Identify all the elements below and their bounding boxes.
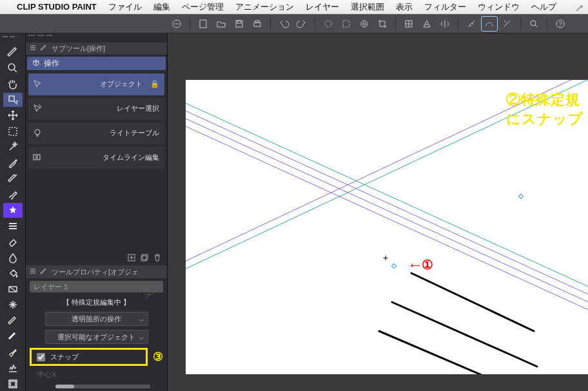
subtool-item-layer-select[interactable]: レイヤー選択 [28,98,164,120]
subtool-title: サブツール[操作] [52,44,105,53]
menu-selection[interactable]: 選択範囲 [351,1,384,13]
pencil-tool-icon[interactable] [3,314,23,329]
duplicate-icon[interactable] [140,253,149,264]
subtool-item-light-table[interactable]: ライトテーブル [28,122,164,144]
subtool-tab-label: 操作 [44,58,59,69]
layer-select-icon [32,103,43,115]
zoom-tool-icon[interactable] [3,61,23,76]
lines-tool-icon[interactable] [3,219,23,234]
snap-grid-icon[interactable] [500,17,515,31]
lock-icon: 🔒 [150,80,159,88]
menu-icon[interactable] [30,268,36,276]
subtool-item-label: レイヤー選択 [117,104,159,113]
app-name[interactable]: CLIP STUDIO PAINT [17,2,97,12]
operation-tool-icon[interactable] [3,93,23,108]
svg-rect-24 [34,155,36,160]
subtool-item-label: タイムライン編集 [103,153,159,162]
decoration-tool-icon[interactable] [3,203,23,218]
prop-snap-row[interactable]: スナップ [30,348,148,366]
svg-line-31 [186,115,588,314]
brush-tool-icon[interactable] [3,187,23,202]
sparkle-tool-icon[interactable] [3,298,23,312]
prop-center-x-slider[interactable] [55,385,150,388]
panel-column: サブツール[操作] 操作 オブジェクト 🔒 レイヤー選択 ライトテーブル [26,33,168,391]
svg-line-37 [379,331,537,374]
menu-view[interactable]: 表示 [396,1,413,13]
active-pen-tool-icon[interactable] [3,329,23,344]
tool-palette [0,33,26,391]
new-icon[interactable] [195,17,211,31]
sym-icon[interactable] [437,17,453,31]
tool-property-panel: ツールプロパティ[オブジェ レイヤー 1 【 特殊定規編集中 】 透明箇所の操作… [26,265,167,391]
blend-tool-icon[interactable] [3,251,23,265]
svg-point-23 [35,129,40,135]
menu-layer[interactable]: レイヤー [306,1,339,13]
marquee-tool-icon[interactable] [3,124,23,139]
move-tool-icon[interactable] [3,108,23,123]
subtool-footer [26,251,167,265]
invert-icon[interactable] [338,17,354,31]
subtool-panel: サブツール[操作] 操作 オブジェクト 🔒 レイヤー選択 ライトテーブル [26,43,167,265]
eyedropper-tool-icon[interactable] [3,156,23,171]
svg-rect-27 [141,256,146,261]
snap-ruler-icon[interactable] [464,17,479,31]
menu-animation[interactable]: アニメーション [235,1,294,13]
pen-small-icon [40,267,48,276]
watercolor-tool-icon[interactable] [3,345,23,360]
search-icon[interactable] [526,17,542,31]
pen2-tool-icon[interactable] [3,171,23,186]
fill-tool-icon[interactable] [3,266,23,281]
pen-tool-icon[interactable] [3,45,23,60]
effects-tool-icon[interactable] [3,361,23,376]
hand-tool-icon[interactable] [3,77,23,91]
expand-icon[interactable] [357,17,372,31]
open-icon[interactable] [213,17,229,31]
menu-filter[interactable]: フィルター [424,1,466,13]
annotation-1: ← ① [407,256,433,274]
svg-rect-14 [9,96,14,101]
snap-checkbox[interactable] [37,353,45,361]
svg-point-10 [531,21,536,26]
menu-icon[interactable] [30,44,36,52]
gradient-tool-icon[interactable] [3,282,23,297]
print-icon[interactable] [250,17,265,31]
deselect-icon[interactable] [320,17,336,31]
eraser-tool-icon[interactable] [3,234,23,249]
subtool-item-label: オブジェクト [100,79,142,89]
snap-special-ruler-icon[interactable] [482,17,497,31]
menu-page[interactable]: ページ管理 [182,1,224,13]
cursor-icon [32,79,43,90]
subtool-tab-operation[interactable]: 操作 [27,57,166,71]
redo-icon[interactable] [294,17,309,31]
help-icon[interactable]: ? [553,17,568,31]
svg-point-13 [8,64,15,70]
prop-selectable-dropdown[interactable]: 選択可能なオブジェクト [45,330,148,344]
svg-text:?: ? [559,21,562,27]
pen-small-icon [40,44,48,53]
subtool-item-object[interactable]: オブジェクト 🔒 [28,73,164,95]
menu-file[interactable]: ファイル [108,1,142,13]
wand-tool-icon[interactable] [3,140,23,155]
subtool-item-timeline[interactable]: タイムライン編集 [28,147,164,169]
wrench-icon[interactable] [575,3,584,13]
undo-icon[interactable] [276,17,291,31]
clip-icon[interactable] [169,17,184,31]
prop-transparent-dropdown[interactable]: 透明箇所の操作 [45,312,148,326]
canvas-area[interactable]: + ← ① ↑ ②特殊定規にスナップ [168,33,588,391]
svg-point-6 [325,21,331,27]
persp-icon[interactable] [419,17,435,31]
crop-icon[interactable] [375,17,390,31]
svg-point-9 [363,23,366,25]
menu-edit[interactable]: 編集 [153,1,170,13]
frame-tool-icon[interactable] [3,377,23,391]
cursor-cross-icon: + [383,253,388,263]
arrow-left-icon: ← [407,256,420,274]
menu-help[interactable]: ヘルプ [531,1,556,13]
menu-window[interactable]: ウィンドウ [478,1,520,13]
save-icon[interactable] [231,17,247,31]
trash-icon[interactable] [153,253,162,264]
grid-icon[interactable] [401,17,416,31]
svg-rect-1 [200,20,206,28]
app-toolbar: ? [0,14,588,33]
add-icon[interactable] [127,253,136,264]
